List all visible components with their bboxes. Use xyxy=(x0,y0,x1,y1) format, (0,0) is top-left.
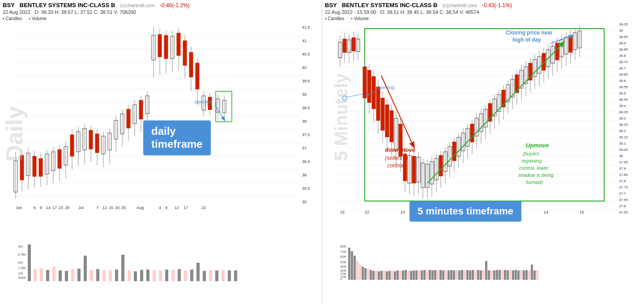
svg-rect-130 xyxy=(65,271,68,281)
5min-timeframe-label: 5 minutes timeframe xyxy=(409,201,521,222)
svg-rect-227 xyxy=(367,70,371,103)
svg-text:control, lower: control, lower xyxy=(519,165,549,171)
svg-rect-392 xyxy=(448,270,450,280)
svg-rect-389 xyxy=(439,270,442,280)
svg-rect-31 xyxy=(20,155,24,180)
svg-text:38.5: 38.5 xyxy=(302,106,310,110)
svg-rect-140 xyxy=(128,270,131,281)
svg-rect-412 xyxy=(501,270,503,280)
right-candles-vol: ▪ Candles ▪ Volume xyxy=(322,16,644,22)
svg-rect-420 xyxy=(523,270,525,280)
svg-rect-129 xyxy=(59,270,62,281)
right-chart-area: 5 Minutely xyxy=(322,22,644,241)
svg-text:50K: 50K xyxy=(340,260,347,264)
svg-text:37.9: 37.9 xyxy=(619,167,626,171)
svg-rect-387 xyxy=(434,270,436,280)
svg-rect-148 xyxy=(178,269,181,281)
svg-rect-211 xyxy=(365,29,604,201)
svg-rect-410 xyxy=(496,270,498,280)
svg-rect-393 xyxy=(450,270,452,280)
svg-rect-417 xyxy=(515,270,517,280)
svg-text:37.85: 37.85 xyxy=(619,173,628,177)
svg-rect-405 xyxy=(482,270,485,280)
svg-text:38.1: 38.1 xyxy=(619,141,626,146)
svg-rect-372 xyxy=(394,271,396,280)
svg-text:(sellers in: (sellers in xyxy=(385,155,408,161)
svg-rect-247 xyxy=(412,156,416,183)
svg-rect-144 xyxy=(153,270,156,281)
svg-rect-149 xyxy=(184,270,187,281)
right-change: -0.43(-1.1%) xyxy=(482,2,512,9)
right-volume-area: 80K 70K 60K 50K 40K 30K 20K 10K 0 xyxy=(322,241,644,286)
svg-rect-416 xyxy=(512,270,514,280)
svg-text:37.7: 37.7 xyxy=(619,192,626,196)
svg-rect-37 xyxy=(39,158,43,176)
svg-text:downmove: downmove xyxy=(385,146,415,153)
svg-text:1M: 1M xyxy=(18,271,23,275)
svg-rect-231 xyxy=(376,87,380,120)
svg-rect-424 xyxy=(533,270,536,280)
svg-rect-394 xyxy=(453,270,455,280)
svg-text:38.95: 38.95 xyxy=(619,35,628,39)
svg-rect-397 xyxy=(461,270,463,280)
svg-rect-411 xyxy=(499,270,501,280)
svg-text:35.5: 35.5 xyxy=(302,186,310,191)
svg-rect-265 xyxy=(452,142,456,161)
svg-rect-385 xyxy=(429,270,431,280)
svg-text:38.6: 38.6 xyxy=(619,79,626,83)
svg-rect-157 xyxy=(234,270,237,281)
svg-rect-237 xyxy=(390,111,393,142)
left-ticker: BSY xyxy=(3,2,15,9)
svg-rect-124 xyxy=(28,244,31,281)
svg-rect-366 xyxy=(378,271,380,280)
svg-text:38.55: 38.55 xyxy=(619,85,628,89)
svg-rect-390 xyxy=(442,270,444,280)
svg-rect-225 xyxy=(363,67,367,98)
svg-text:22: 22 xyxy=(365,210,369,214)
svg-rect-400 xyxy=(469,270,471,280)
svg-rect-391 xyxy=(445,270,447,280)
svg-rect-146 xyxy=(165,270,168,281)
svg-rect-425 xyxy=(536,270,538,280)
svg-text:39.5: 39.5 xyxy=(302,79,310,83)
svg-text:37.65: 37.65 xyxy=(619,198,628,202)
svg-rect-83 xyxy=(183,41,187,65)
svg-rect-388 xyxy=(437,270,439,280)
svg-rect-151 xyxy=(196,263,200,281)
left-candles-vol: ▪ Candles ▪ Volume xyxy=(0,16,322,22)
svg-rect-311 xyxy=(555,43,559,60)
right-volume-svg: 80K 70K 60K 50K 40K 30K 20K 10K 0 xyxy=(340,242,631,280)
svg-text:80K: 80K xyxy=(340,244,347,248)
svg-text:9: 9 xyxy=(40,206,42,210)
svg-rect-401 xyxy=(472,270,474,280)
svg-rect-131 xyxy=(71,269,74,281)
svg-text:opening: opening xyxy=(377,85,394,90)
svg-text:opening: opening xyxy=(195,99,212,104)
svg-text:37: 37 xyxy=(302,146,307,150)
svg-rect-35 xyxy=(33,156,36,176)
svg-text:15: 15 xyxy=(580,210,584,214)
svg-rect-395 xyxy=(456,270,458,280)
svg-text:38.3: 38.3 xyxy=(619,116,626,120)
svg-text:35: 35 xyxy=(302,200,307,204)
svg-rect-145 xyxy=(159,270,162,281)
svg-rect-409 xyxy=(493,270,495,280)
svg-text:3M: 3M xyxy=(18,244,23,248)
svg-rect-128 xyxy=(52,267,55,281)
svg-rect-125 xyxy=(34,269,37,281)
svg-rect-384 xyxy=(426,270,428,280)
svg-text:25: 25 xyxy=(121,206,126,210)
svg-rect-127 xyxy=(46,270,49,281)
svg-rect-273 xyxy=(470,124,474,142)
svg-text:10: 10 xyxy=(401,210,405,214)
svg-text:38.15: 38.15 xyxy=(619,135,628,139)
left-source: (c)chartmill.com xyxy=(120,3,155,8)
svg-rect-378 xyxy=(410,271,412,280)
svg-rect-233 xyxy=(381,98,384,130)
svg-rect-137 xyxy=(109,270,112,281)
svg-rect-65 xyxy=(127,109,130,128)
svg-rect-143 xyxy=(146,270,149,281)
svg-text:14: 14 xyxy=(46,206,51,210)
svg-text:38.5: 38.5 xyxy=(619,91,626,95)
svg-text:38.9: 38.9 xyxy=(619,41,626,45)
